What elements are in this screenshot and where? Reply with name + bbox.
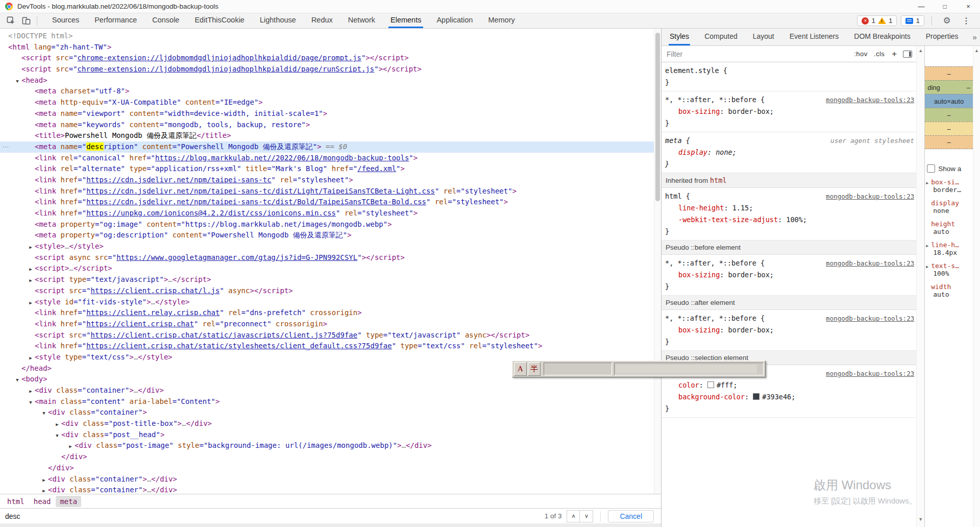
tree-line[interactable]: <script src="https://client.crisp.chat/l…: [0, 285, 654, 297]
sidebar-tab-layout[interactable]: Layout: [752, 29, 775, 45]
tree-line[interactable]: <link href="https://cdn.jsdelivr.net/npm…: [0, 186, 654, 197]
computed-panel-toggle-icon[interactable]: [903, 51, 912, 58]
breadcrumb-item-head[interactable]: head: [30, 496, 55, 507]
issues-badge[interactable]: 1: [901, 15, 924, 26]
sidebar-tab-properties[interactable]: Properties: [925, 29, 960, 45]
show-all-row[interactable]: Show a: [927, 164, 973, 173]
new-style-rule-icon[interactable]: +: [892, 49, 897, 59]
ime-mode-button[interactable]: A: [514, 362, 527, 376]
close-icon[interactable]: ×: [957, 0, 980, 13]
tree-line[interactable]: <meta name="viewport" content="width=dev…: [0, 108, 654, 119]
sidebar-tab-styles[interactable]: Styles: [669, 29, 690, 45]
tree-line[interactable]: ▶<div class="container">…</div>: [0, 385, 654, 396]
expand-arrow-closed-icon[interactable]: ▶: [27, 353, 35, 364]
tree-line[interactable]: <link rel="alternate" type="application/…: [0, 163, 654, 175]
sliver-scrollbar[interactable]: ▲: [973, 46, 980, 527]
tab-memory[interactable]: Memory: [486, 13, 517, 28]
tree-line[interactable]: <html lang="zh-hant-TW">: [0, 42, 654, 53]
console-errors-warnings-badge[interactable]: × 1 1: [857, 15, 897, 26]
tab-editthiscookie[interactable]: EditThisCookie: [192, 13, 247, 28]
inherited-node-link[interactable]: html: [710, 176, 727, 184]
tree-line[interactable]: <link rel="canonical" href="https://blog…: [0, 153, 654, 164]
computed-property[interactable]: displaynone: [926, 199, 973, 214]
style-rule[interactable]: user agent stylesheetmeta {display: none…: [662, 132, 916, 173]
rule-selector[interactable]: *, *::after, *::before {: [665, 314, 765, 322]
tree-line[interactable]: ▶<script type="text/javascript">…</scrip…: [0, 274, 654, 285]
tree-line[interactable]: <meta property="og:description" content=…: [0, 230, 654, 241]
css-property[interactable]: box-sizing: border-box;: [665, 324, 914, 336]
breadcrumb-item-html[interactable]: html: [3, 496, 29, 507]
tree-line[interactable]: <meta name="keywords" content="mongodb, …: [0, 119, 654, 131]
tree-line[interactable]: ▶<script>…</script>: [0, 263, 654, 274]
tree-line[interactable]: ▼<div class="container">: [0, 407, 654, 418]
styles-scrollbar[interactable]: ▲ ▼: [916, 46, 924, 527]
previous-match-button[interactable]: ∧: [567, 510, 580, 522]
rule-selector[interactable]: element.style {: [665, 66, 727, 75]
css-property[interactable]: -webkit-text-size-adjust: 100%;: [665, 214, 914, 226]
tab-console[interactable]: Console: [150, 13, 181, 28]
tree-line[interactable]: <link href="https://unpkg.com/ionicons@4…: [0, 208, 654, 219]
row-menu-icon[interactable]: ⋯: [2, 141, 9, 153]
tree-line[interactable]: ▶<style>…</style>: [0, 241, 654, 252]
more-tabs-icon[interactable]: »: [973, 29, 977, 45]
computed-property[interactable]: ▶box-si…border…: [926, 178, 973, 194]
color-swatch[interactable]: [753, 393, 760, 400]
stylesheet-source-link[interactable]: mongodb-backup-tools:23: [826, 313, 914, 324]
css-property[interactable]: display: none;: [665, 147, 914, 158]
breadcrumb-item-meta[interactable]: meta: [56, 496, 81, 507]
styles-filter-input[interactable]: [666, 50, 848, 59]
inspect-element-icon[interactable]: [3, 14, 18, 28]
style-rule[interactable]: element.style {}: [662, 62, 916, 91]
expand-arrow-open-icon[interactable]: ▼: [13, 375, 21, 386]
tree-line[interactable]: ⋯<meta name="description" content="Power…: [0, 141, 654, 153]
expand-arrow-closed-icon[interactable]: ▶: [926, 265, 931, 269]
next-match-button[interactable]: ∨: [580, 510, 593, 522]
style-rule[interactable]: mongodb-backup-tools:23*, *::after, *::b…: [662, 310, 916, 351]
tree-line[interactable]: <title>Powershell Mongodb 備份及還原筆記</title…: [0, 130, 654, 141]
rule-selector[interactable]: html {: [665, 192, 690, 200]
computed-property[interactable]: ▶text-s…100%: [926, 262, 973, 277]
pseudo-state-toggle[interactable]: :hov: [854, 50, 868, 58]
tab-application[interactable]: Application: [434, 13, 475, 28]
stylesheet-source-link[interactable]: mongodb-backup-tools:23: [826, 368, 914, 379]
sidebar-tab-computed[interactable]: Computed: [703, 29, 739, 45]
tree-line[interactable]: ▶<div class="container">…</div>: [0, 474, 654, 485]
tree-line[interactable]: <link href="https://client.crisp.chat" r…: [0, 319, 654, 330]
expand-arrow-closed-icon[interactable]: ▶: [27, 275, 35, 286]
tree-line[interactable]: ▼<div class="post__head">: [0, 429, 654, 441]
tree-line[interactable]: ▶<style id="fit-vids-style">…</style>: [0, 297, 654, 308]
device-toolbar-icon[interactable]: [18, 14, 34, 28]
tab-sources[interactable]: Sources: [50, 13, 81, 28]
tree-line[interactable]: ▶<div class="post-image" style="backgrou…: [0, 440, 654, 451]
stylesheet-source-link[interactable]: mongodb-backup-tools:23: [826, 257, 914, 269]
tree-line[interactable]: ▼<main class="content" aria-label="Conte…: [0, 396, 654, 408]
kebab-menu-icon[interactable]: ⋮: [959, 14, 974, 28]
expand-arrow-closed-icon[interactable]: ▶: [40, 475, 48, 486]
tab-lighthouse[interactable]: Lighthouse: [258, 13, 298, 28]
expand-arrow-open-icon[interactable]: ▼: [13, 76, 21, 87]
tree-line[interactable]: </div>: [0, 463, 654, 474]
computed-property[interactable]: widthauto: [926, 283, 973, 298]
tree-line[interactable]: <link href="https://cdn.jsdelivr.net/npm…: [0, 197, 654, 208]
expand-arrow-open-icon[interactable]: ▼: [40, 408, 48, 419]
tree-line[interactable]: <link href="https://cdn.jsdelivr.net/npm…: [0, 175, 654, 186]
tree-line[interactable]: <meta property="og:image" content="https…: [0, 219, 654, 230]
stylesheet-source-link[interactable]: mongodb-backup-tools:23: [826, 190, 914, 202]
stylesheet-source-link[interactable]: mongodb-backup-tools:23: [826, 94, 914, 106]
expand-arrow-open-icon[interactable]: ▼: [27, 397, 35, 409]
tree-line[interactable]: <script async src="https://www.googletag…: [0, 252, 654, 264]
computed-property[interactable]: ▶line-h…18.4px: [926, 241, 973, 256]
ime-width-button[interactable]: 半: [528, 362, 541, 376]
color-swatch[interactable]: [707, 381, 714, 388]
tree-line[interactable]: <script src="https://client.crisp.chat/s…: [0, 330, 654, 341]
computed-property[interactable]: heightauto: [926, 220, 973, 235]
scroll-down-icon[interactable]: ▼: [917, 517, 924, 522]
rule-selector[interactable]: *, *::after, *::before {: [665, 95, 765, 104]
style-rule[interactable]: mongodb-backup-tools:23*, *::after, *::b…: [662, 91, 916, 132]
search-input[interactable]: [4, 512, 540, 521]
scroll-up-icon[interactable]: ▲: [973, 48, 980, 53]
expand-arrow-closed-icon[interactable]: ▶: [40, 486, 48, 494]
tree-line[interactable]: ▶<div class="post-title-box">…</div>: [0, 418, 654, 429]
expand-arrow-closed-icon[interactable]: ▶: [53, 419, 61, 430]
tree-line[interactable]: <link href="https://client.crisp.chat/st…: [0, 341, 654, 352]
